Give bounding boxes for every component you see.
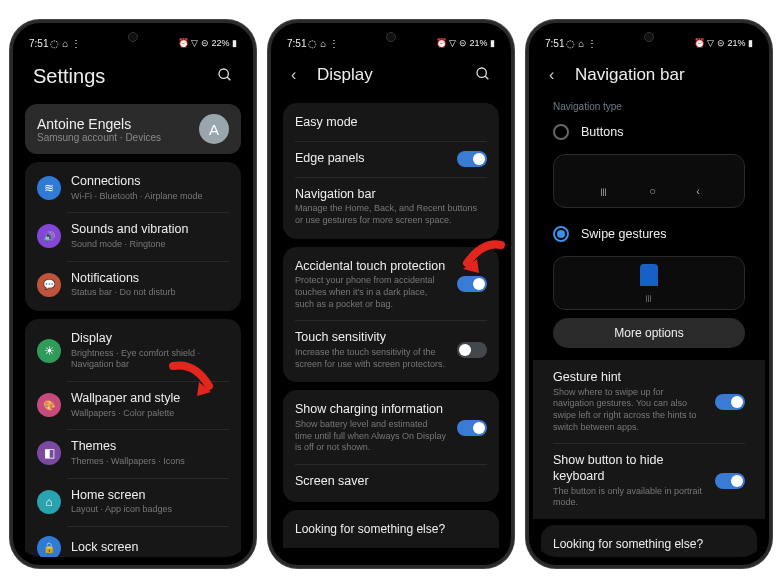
row-lock-screen[interactable]: 🔒 Lock screen	[25, 526, 241, 557]
account-name: Antoine Engels	[37, 116, 199, 132]
back-icon[interactable]: ‹	[291, 66, 305, 84]
status-icons-right: ⏰ ▽ ⊝ 22% ▮	[178, 38, 237, 48]
row-title: Notifications	[71, 271, 229, 287]
nav-section: Gesture hint Show where to swipe up for …	[533, 360, 765, 519]
settings-section-1: ≋ Connections Wi-Fi · Bluetooth · Airpla…	[25, 162, 241, 311]
row-sub: Show battery level and estimated time un…	[295, 419, 447, 454]
touch-sensitivity-toggle[interactable]	[457, 342, 487, 358]
screen: 7:51 ◌ ⌂ ⋮ ⏰ ▽ ⊝ 22% ▮ Settings Antoine …	[17, 31, 249, 557]
row-title: Sounds and vibration	[71, 222, 229, 238]
row-notifications[interactable]: 💬 Notifications Status bar · Do not dist…	[25, 261, 241, 309]
row-title: Accidental touch protection	[295, 259, 447, 275]
gesture-indicator-icon	[640, 264, 658, 286]
hide-keyboard-toggle[interactable]	[715, 473, 745, 489]
row-sub: Themes · Wallpapers · Icons	[71, 456, 229, 468]
row-touch-sensitivity[interactable]: Touch sensitivity Increase the touch sen…	[283, 320, 499, 380]
status-time: 7:51	[29, 38, 48, 49]
svg-point-2	[477, 68, 486, 77]
content[interactable]: Navigation type Buttons ⫼ ○ ‹ Swipe gest…	[533, 95, 765, 557]
camera-notch	[644, 32, 654, 42]
page-title: Display	[317, 65, 463, 85]
row-title: Wallpaper and style	[71, 391, 229, 407]
home-icon: ⌂	[37, 490, 61, 514]
row-title: Home screen	[71, 488, 229, 504]
back-icon[interactable]: ‹	[549, 66, 563, 84]
row-sub: Wi-Fi · Bluetooth · Airplane mode	[71, 191, 229, 203]
sound-icon: 🔊	[37, 224, 61, 248]
radio-buttons-label: Buttons	[581, 125, 623, 139]
row-navigation-bar[interactable]: Navigation bar Manage the Home, Back, an…	[283, 177, 499, 237]
svg-point-0	[219, 69, 228, 78]
row-themes[interactable]: ◧ Themes Themes · Wallpapers · Icons	[25, 429, 241, 477]
row-sounds[interactable]: 🔊 Sounds and vibration Sound mode · Ring…	[25, 212, 241, 260]
gesture-hint-toggle[interactable]	[715, 394, 745, 410]
more-options-button[interactable]: More options	[553, 318, 745, 348]
display-icon: ☀	[37, 339, 61, 363]
row-title: Show button to hide keyboard	[553, 453, 705, 484]
screen: 7:51 ◌ ⌂ ⋮ ⏰ ▽ ⊝ 21% ▮ ‹ Display Easy mo…	[275, 31, 507, 557]
camera-notch	[386, 32, 396, 42]
content[interactable]: Easy mode Edge panels Navigation bar Man…	[275, 95, 507, 557]
status-icons-right: ⏰ ▽ ⊝ 21% ▮	[694, 38, 753, 48]
row-screen-saver[interactable]: Screen saver	[283, 464, 499, 500]
footer-prompt[interactable]: Looking for something else?	[541, 525, 757, 557]
search-icon[interactable]	[217, 67, 233, 86]
edge-panels-toggle[interactable]	[457, 151, 487, 167]
svg-line-3	[485, 76, 488, 79]
radio-gestures-label: Swipe gestures	[581, 227, 666, 241]
row-accidental-touch[interactable]: Accidental touch protection Protect your…	[283, 249, 499, 321]
home-circle-icon: ○	[649, 185, 656, 197]
row-sub: The button is only available in portrait…	[553, 486, 705, 509]
row-sub: Status bar · Do not disturb	[71, 287, 229, 299]
row-connections[interactable]: ≋ Connections Wi-Fi · Bluetooth · Airpla…	[25, 164, 241, 212]
row-easy-mode[interactable]: Easy mode	[283, 105, 499, 141]
row-title: Show charging information	[295, 402, 447, 418]
charging-info-toggle[interactable]	[457, 420, 487, 436]
row-title: Themes	[71, 439, 229, 455]
row-sub: Show where to swipe up for navigation ge…	[553, 387, 705, 434]
page-title: Settings	[33, 65, 205, 88]
row-title: Easy mode	[295, 115, 487, 131]
search-icon[interactable]	[475, 66, 491, 85]
footer-prompt[interactable]: Looking for something else?	[283, 510, 499, 548]
option-buttons[interactable]: Buttons	[539, 114, 759, 150]
notifications-icon: 💬	[37, 273, 61, 297]
wallpaper-icon: 🎨	[37, 393, 61, 417]
back-chevron-icon: ‹	[696, 185, 700, 197]
row-title: Connections	[71, 174, 229, 190]
gestures-preview: ⫼	[553, 256, 745, 310]
radio-buttons[interactable]	[553, 124, 569, 140]
status-time: 7:51	[545, 38, 564, 49]
row-hide-keyboard-button[interactable]: Show button to hide keyboard The button …	[541, 443, 757, 519]
settings-section-2: ☀ Display Brightness · Eye comfort shiel…	[25, 319, 241, 557]
radio-gestures[interactable]	[553, 226, 569, 242]
wifi-icon: ≋	[37, 176, 61, 200]
phone-display: 7:51 ◌ ⌂ ⋮ ⏰ ▽ ⊝ 21% ▮ ‹ Display Easy mo…	[268, 20, 514, 568]
buttons-preview: ⫼ ○ ‹	[553, 154, 745, 208]
gesture-bar-icon: ⫼	[644, 292, 654, 303]
row-title: Display	[71, 331, 229, 347]
row-gesture-hint[interactable]: Gesture hint Show where to swipe up for …	[541, 360, 757, 443]
status-icons-left: ◌ ⌂ ⋮	[50, 38, 81, 49]
row-sub: Manage the Home, Back, and Recent button…	[295, 203, 487, 226]
content[interactable]: Antoine Engels Samsung account · Devices…	[17, 98, 249, 557]
header: ‹ Navigation bar	[533, 51, 765, 95]
row-wallpaper[interactable]: 🎨 Wallpaper and style Wallpapers · Color…	[25, 381, 241, 429]
row-sub: Layout · App icon badges	[71, 504, 229, 516]
account-card[interactable]: Antoine Engels Samsung account · Devices…	[25, 104, 241, 154]
nav-type-label: Navigation type	[539, 95, 759, 114]
row-title: Edge panels	[295, 151, 447, 167]
recents-icon: ⫼	[598, 185, 609, 197]
row-charging-info[interactable]: Show charging information Show battery l…	[283, 392, 499, 464]
row-display[interactable]: ☀ Display Brightness · Eye comfort shiel…	[25, 321, 241, 381]
display-section-1: Easy mode Edge panels Navigation bar Man…	[283, 103, 499, 239]
account-subtitle: Samsung account · Devices	[37, 132, 199, 143]
row-edge-panels[interactable]: Edge panels	[283, 141, 499, 177]
row-home-screen[interactable]: ⌂ Home screen Layout · App icon badges	[25, 478, 241, 526]
option-gestures[interactable]: Swipe gestures	[539, 216, 759, 252]
row-title: Gesture hint	[553, 370, 705, 386]
avatar[interactable]: A	[199, 114, 229, 144]
row-sub: Wallpapers · Color palette	[71, 408, 229, 420]
row-title: Screen saver	[295, 474, 487, 490]
accidental-touch-toggle[interactable]	[457, 276, 487, 292]
